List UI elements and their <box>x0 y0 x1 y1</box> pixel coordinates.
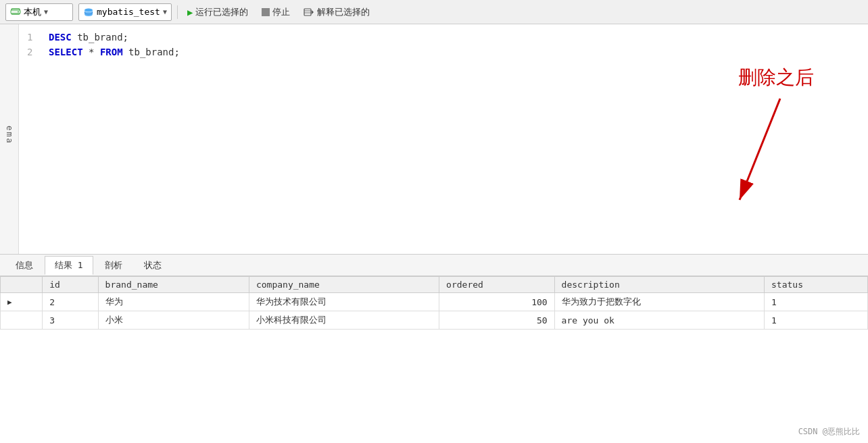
sql-line-2: 2 SELECT * FROM tb_brand; <box>27 45 860 59</box>
host-arrow-icon: ▼ <box>44 8 48 16</box>
host-dropdown[interactable]: 本机 ▼ <box>5 3 73 21</box>
row-2-brand-name: 小米 <box>98 311 249 330</box>
left-panel: ema <box>0 24 19 254</box>
sql-code-1: DESC tb_brand; <box>49 30 128 45</box>
stop-button[interactable]: 停止 <box>258 5 294 20</box>
sql-code-2: SELECT * FROM tb_brand; <box>49 45 180 59</box>
col-header-ordered: ordered <box>439 277 555 293</box>
watermark: CSDN @恶熊比比 <box>798 426 860 438</box>
col-header-indicator <box>1 277 43 293</box>
tab-info-label: 信息 <box>16 260 33 270</box>
tab-status[interactable]: 状态 <box>134 256 172 274</box>
explain-button[interactable]: 解释已选择的 <box>299 5 374 20</box>
left-panel-text: ema <box>5 126 14 145</box>
line-num-2: 2 <box>27 45 38 59</box>
tab-info[interactable]: 信息 <box>5 256 43 274</box>
sql-line-1: 1 DESC tb_brand; <box>27 30 860 45</box>
sql-editor[interactable]: 1 DESC tb_brand; 2 SELECT * FROM tb_bran… <box>19 24 868 254</box>
col-header-brand-name: brand_name <box>98 277 249 293</box>
stop-icon <box>262 8 270 16</box>
table-row[interactable]: ▶ 2 华为 华为技术有限公司 100 华为致力于把数字化 1 <box>1 293 868 311</box>
row-1-status: 1 <box>765 293 868 311</box>
explain-icon <box>304 7 314 18</box>
host-icon <box>10 7 21 18</box>
separator-1 <box>177 5 178 19</box>
tab-analyze[interactable]: 剖析 <box>95 256 132 274</box>
run-selected-label: 运行已选择的 <box>195 6 248 18</box>
col-header-status: status <box>765 277 868 293</box>
svg-point-2 <box>18 11 19 12</box>
table-row[interactable]: 3 小米 小米科技有限公司 50 are you ok 1 <box>1 311 868 330</box>
result-tabs: 信息 结果 1 剖析 状态 <box>0 255 868 276</box>
result-table: id brand_name company_name ordered descr… <box>0 276 868 330</box>
host-label: 本机 <box>24 6 41 18</box>
db-arrow-icon: ▼ <box>163 8 167 16</box>
row-2-status: 1 <box>765 311 868 330</box>
row-1-ordered: 100 <box>439 293 555 311</box>
col-header-company-name: company_name <box>249 277 439 293</box>
svg-point-3 <box>85 8 93 11</box>
toolbar: 本机 ▼ mybatis_test ▼ ▶ 运行已选择的 停止 解释已选择的 <box>0 0 868 24</box>
tab-analyze-label: 剖析 <box>105 260 122 270</box>
row-1-indicator: ▶ <box>1 293 43 311</box>
stop-label: 停止 <box>272 6 290 18</box>
row-1-company-name: 华为技术有限公司 <box>249 293 439 311</box>
row-2-indicator <box>1 311 43 330</box>
row-1-id: 2 <box>43 293 98 311</box>
line-num-1: 1 <box>27 30 38 45</box>
db-icon <box>83 7 94 18</box>
explain-label: 解释已选择的 <box>317 6 370 18</box>
row-1-description: 华为致力于把数字化 <box>554 293 764 311</box>
svg-rect-4 <box>304 9 311 16</box>
col-header-description: description <box>554 277 764 293</box>
row-1-brand-name: 华为 <box>98 293 249 311</box>
col-header-id: id <box>43 277 98 293</box>
table-header-row: id brand_name company_name ordered descr… <box>1 277 868 293</box>
row-2-id: 3 <box>43 311 98 330</box>
watermark-text: CSDN @恶熊比比 <box>798 427 860 436</box>
row-2-description: are you ok <box>554 311 764 330</box>
row-2-company-name: 小米科技有限公司 <box>249 311 439 330</box>
db-label: mybatis_test <box>97 7 160 17</box>
play-icon: ▶ <box>187 7 193 18</box>
run-selected-button[interactable]: ▶ 运行已选择的 <box>183 5 252 20</box>
tab-status-label: 状态 <box>144 260 162 270</box>
row-2-ordered: 50 <box>439 311 555 330</box>
db-dropdown[interactable]: mybatis_test ▼ <box>78 3 172 21</box>
data-table-container[interactable]: id brand_name company_name ordered descr… <box>0 276 868 443</box>
tab-result1-label: 结果 1 <box>55 260 83 270</box>
tab-result1[interactable]: 结果 1 <box>45 256 93 275</box>
result-panel: 信息 结果 1 剖析 状态 id brand_name company_name… <box>0 254 868 443</box>
